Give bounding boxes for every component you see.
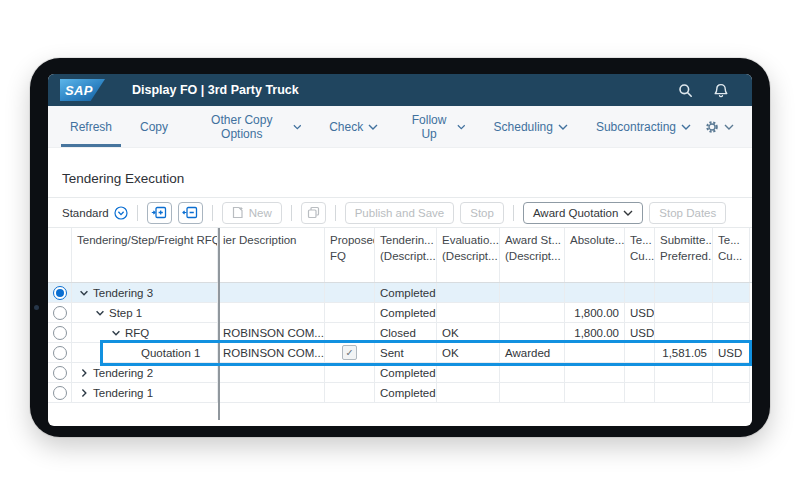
currency-cell (625, 283, 655, 303)
currency-cell (625, 383, 655, 403)
column-header-2[interactable]: ier Description (218, 228, 325, 282)
menu-item-copy[interactable]: Copy (126, 106, 182, 147)
settings-menu-button[interactable] (705, 120, 734, 134)
menu-item-label: Subcontracting (596, 120, 676, 134)
table-row-rfq[interactable]: RFQ ROBINSON COM... Closed OK 1,800.00 U… (48, 323, 752, 343)
menu-item-follow-up[interactable]: Follow Up (392, 106, 479, 147)
row-selection-cell (48, 323, 72, 343)
tree-collapse-icon[interactable] (94, 307, 105, 318)
carrier-description-cell (218, 383, 325, 403)
stop-button[interactable]: Stop (460, 202, 504, 224)
chevron-down-icon (457, 124, 466, 130)
award-status-cell (500, 363, 565, 383)
proposed-fq-checkbox[interactable] (342, 345, 357, 360)
row-select-radio[interactable] (53, 346, 67, 360)
row-selection-cell (48, 363, 72, 383)
row-name: Quotation 1 (141, 347, 200, 359)
row-select-radio[interactable] (53, 326, 67, 340)
copy-row-button[interactable] (301, 202, 326, 224)
column-header-line2: (Descript... (505, 249, 559, 265)
currency-cell: USD (625, 303, 655, 323)
new-button[interactable]: New (222, 202, 282, 224)
column-header-5[interactable]: Evaluatio... (Descript... (437, 228, 500, 282)
chevron-down-icon (558, 124, 568, 130)
column-header-1[interactable]: Tendering/Step/Freight RFQ/... (72, 228, 218, 282)
gear-icon (705, 120, 719, 134)
submitted-amount-cell (655, 283, 713, 303)
menu-item-subcontracting[interactable]: Subcontracting (582, 106, 705, 147)
row-select-radio[interactable] (53, 386, 67, 400)
absolute-amount-cell (565, 343, 625, 363)
menu-item-refresh[interactable]: Refresh (56, 106, 126, 147)
search-icon[interactable] (678, 83, 693, 98)
new-button-label: New (249, 207, 272, 219)
expand-node-button[interactable] (147, 202, 172, 224)
tree-collapse-icon[interactable] (110, 327, 121, 338)
menu-item-check[interactable]: Check (315, 106, 392, 147)
column-header-10[interactable]: Te... Cu... (713, 228, 750, 282)
column-header-7[interactable]: Absolute... (565, 228, 625, 282)
column-header-line2: (Descript... (442, 249, 494, 265)
table-row-step-1[interactable]: Step 1 Completed 1,800.00 USD (48, 303, 752, 323)
collapse-node-button[interactable] (178, 202, 203, 224)
evaluation-cell (437, 383, 500, 403)
tendering-status-cell: Sent (375, 343, 437, 363)
menu-item-other-copy-options[interactable]: Other Copy Options (182, 106, 315, 147)
stop-dates-button[interactable]: Stop Dates (649, 202, 726, 224)
table-row-tendering-2[interactable]: Tendering 2 Completed (48, 363, 752, 383)
table-toolbar: Standard New (48, 197, 752, 228)
tree-cell: Tendering 2 (72, 363, 218, 383)
column-header-3[interactable]: Proposed FQ (325, 228, 375, 282)
column-header-line2: Preferred... (660, 249, 707, 265)
column-header-line1: Tendering/Step/Freight RFQ/... (77, 233, 212, 249)
tree-expand-icon[interactable] (78, 387, 89, 398)
award-quotation-button[interactable]: Award Quotation (523, 202, 643, 224)
column-header-6[interactable]: Award St... (Descript... (500, 228, 565, 282)
app-screen: SAP Display FO | 3rd Party Truck Refresh… (48, 74, 752, 426)
column-header-9[interactable]: Submitte... Preferred... (655, 228, 713, 282)
proposed-fq-cell (325, 283, 375, 303)
selection-column-header (48, 228, 72, 282)
column-header-line1: Proposed (330, 233, 369, 249)
row-name: Tendering 2 (93, 367, 153, 379)
menu-item-label: Copy (140, 120, 168, 134)
view-selector-standard[interactable]: Standard (62, 206, 128, 220)
evaluation-cell: OK (437, 323, 500, 343)
tendering-table: Tendering/Step/Freight RFQ/... ier Descr… (48, 228, 752, 403)
evaluation-cell (437, 363, 500, 383)
table-row-tendering-3[interactable]: Tendering 3 Completed (48, 283, 752, 303)
menu-item-scheduling[interactable]: Scheduling (480, 106, 582, 147)
currency-cell (713, 383, 750, 403)
table-row-tendering-1[interactable]: Tendering 1 Completed (48, 383, 752, 403)
currency-cell (625, 343, 655, 363)
table-body: Tendering 3 Completed Step 1 Completed 1… (48, 283, 752, 403)
column-header-8[interactable]: Te... Cu... (625, 228, 655, 282)
row-select-radio[interactable] (53, 306, 67, 320)
row-selection-cell (48, 383, 72, 403)
tree-collapse-icon[interactable] (78, 287, 89, 298)
carrier-description-cell (218, 283, 325, 303)
view-selector-label: Standard (62, 207, 109, 219)
evaluation-cell (437, 283, 500, 303)
tendering-status-cell: Completed (375, 303, 437, 323)
frozen-column-separator (218, 228, 220, 420)
tree-expand-icon[interactable] (78, 367, 89, 378)
publish-and-save-button[interactable]: Publish and Save (345, 202, 455, 224)
sap-logo[interactable]: SAP (60, 79, 105, 101)
chevron-down-icon (724, 124, 734, 130)
carrier-description-cell (218, 303, 325, 323)
tree-cell: Quotation 1 (72, 343, 218, 363)
collapse-node-icon (182, 206, 198, 219)
toolbar-separator (212, 205, 213, 221)
table-row-quotation-1[interactable]: Quotation 1 ROBINSON COM... Sent OK Awar… (48, 343, 752, 363)
row-selection-cell (48, 303, 72, 323)
row-select-radio[interactable] (53, 366, 67, 380)
carrier-description-cell: ROBINSON COM... (218, 343, 325, 363)
currency-cell (713, 283, 750, 303)
submitted-amount-cell (655, 303, 713, 323)
column-header-4[interactable]: Tenderin... (Descript... (375, 228, 437, 282)
row-select-radio[interactable] (53, 286, 67, 300)
menu-item-label: Follow Up (406, 113, 452, 141)
proposed-fq-cell (325, 303, 375, 323)
notifications-bell-icon[interactable] (714, 83, 728, 98)
